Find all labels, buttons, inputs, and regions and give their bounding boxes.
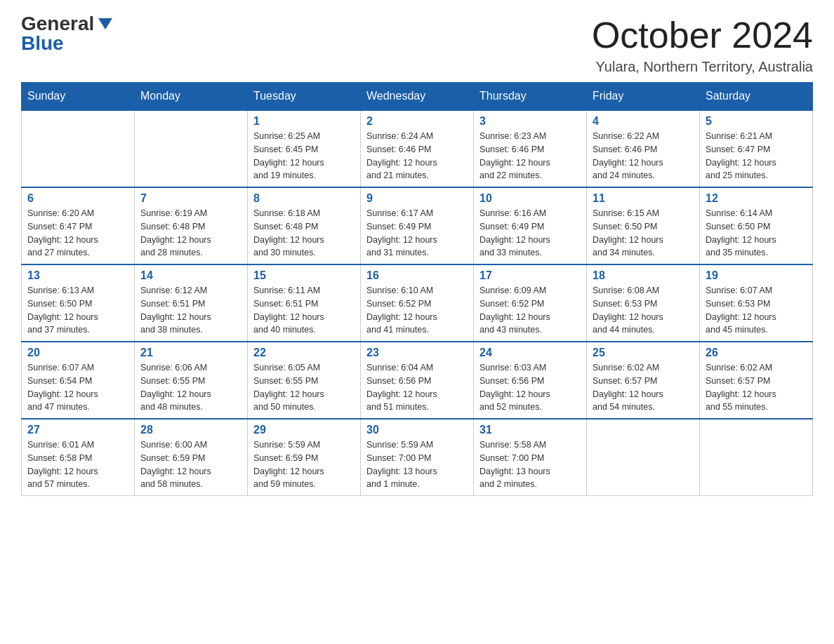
cell-w3-d3: 15Sunrise: 6:11 AMSunset: 6:51 PMDayligh… <box>248 264 361 342</box>
cell-w3-d6: 18Sunrise: 6:08 AMSunset: 6:53 PMDayligh… <box>587 264 700 342</box>
cell-w1-d7: 5Sunrise: 6:21 AMSunset: 6:47 PMDaylight… <box>700 110 813 187</box>
col-thursday: Thursday <box>474 83 587 111</box>
cell-w1-d5: 3Sunrise: 6:23 AMSunset: 6:46 PMDaylight… <box>474 110 587 187</box>
day-number: 25 <box>593 347 694 359</box>
day-number: 2 <box>366 115 468 128</box>
page-header: General Blue October 2024 Yulara, Northe… <box>21 14 813 75</box>
day-info: Sunrise: 6:22 AMSunset: 6:46 PMDaylight:… <box>593 130 694 182</box>
day-number: 9 <box>366 192 468 205</box>
day-number: 11 <box>593 192 694 205</box>
day-number: 19 <box>706 269 807 282</box>
logo: General Blue <box>21 14 112 53</box>
day-info: Sunrise: 6:07 AMSunset: 6:53 PMDaylight:… <box>706 284 807 337</box>
day-number: 28 <box>140 424 241 436</box>
cell-w5-d2: 28Sunrise: 6:00 AMSunset: 6:59 PMDayligh… <box>135 419 248 496</box>
day-info: Sunrise: 6:24 AMSunset: 6:46 PMDaylight:… <box>366 130 468 182</box>
day-info: Sunrise: 6:10 AMSunset: 6:52 PMDaylight:… <box>366 284 468 337</box>
cell-w5-d1: 27Sunrise: 6:01 AMSunset: 6:58 PMDayligh… <box>22 419 135 496</box>
day-info: Sunrise: 5:59 AMSunset: 6:59 PMDaylight:… <box>253 438 355 491</box>
day-info: Sunrise: 6:09 AMSunset: 6:52 PMDaylight:… <box>479 284 581 337</box>
day-info: Sunrise: 6:01 AMSunset: 6:58 PMDaylight:… <box>27 438 128 491</box>
day-number: 18 <box>593 269 694 282</box>
cell-w5-d6 <box>587 419 700 496</box>
day-number: 29 <box>253 424 355 436</box>
day-number: 5 <box>706 115 807 128</box>
day-info: Sunrise: 6:14 AMSunset: 6:50 PMDaylight:… <box>706 207 807 260</box>
logo-general: General <box>21 14 94 34</box>
col-tuesday: Tuesday <box>248 83 361 111</box>
day-info: Sunrise: 6:07 AMSunset: 6:54 PMDaylight:… <box>27 361 128 414</box>
cell-w1-d2 <box>135 110 248 187</box>
cell-w2-d7: 12Sunrise: 6:14 AMSunset: 6:50 PMDayligh… <box>700 187 813 264</box>
day-info: Sunrise: 6:12 AMSunset: 6:51 PMDaylight:… <box>140 284 241 337</box>
day-info: Sunrise: 6:02 AMSunset: 6:57 PMDaylight:… <box>593 361 694 414</box>
cell-w2-d3: 8Sunrise: 6:18 AMSunset: 6:48 PMDaylight… <box>248 187 361 264</box>
cell-w3-d1: 13Sunrise: 6:13 AMSunset: 6:50 PMDayligh… <box>22 264 135 342</box>
cell-w5-d3: 29Sunrise: 5:59 AMSunset: 6:59 PMDayligh… <box>248 419 361 496</box>
cell-w3-d5: 17Sunrise: 6:09 AMSunset: 6:52 PMDayligh… <box>474 264 587 342</box>
cell-w4-d1: 20Sunrise: 6:07 AMSunset: 6:54 PMDayligh… <box>22 342 135 419</box>
day-info: Sunrise: 5:58 AMSunset: 7:00 PMDaylight:… <box>479 438 581 491</box>
cell-w3-d2: 14Sunrise: 6:12 AMSunset: 6:51 PMDayligh… <box>135 264 248 342</box>
day-number: 16 <box>366 269 468 282</box>
day-number: 1 <box>253 115 355 128</box>
day-info: Sunrise: 6:20 AMSunset: 6:47 PMDaylight:… <box>27 207 128 260</box>
cell-w4-d3: 22Sunrise: 6:05 AMSunset: 6:55 PMDayligh… <box>248 342 361 419</box>
cell-w1-d6: 4Sunrise: 6:22 AMSunset: 6:46 PMDaylight… <box>587 110 700 187</box>
day-number: 4 <box>593 115 694 128</box>
day-info: Sunrise: 6:04 AMSunset: 6:56 PMDaylight:… <box>366 361 468 414</box>
day-number: 30 <box>366 424 468 436</box>
col-monday: Monday <box>135 83 248 111</box>
day-info: Sunrise: 6:15 AMSunset: 6:50 PMDaylight:… <box>593 207 694 260</box>
cell-w4-d6: 25Sunrise: 6:02 AMSunset: 6:57 PMDayligh… <box>587 342 700 419</box>
day-info: Sunrise: 6:17 AMSunset: 6:49 PMDaylight:… <box>366 207 468 260</box>
day-number: 20 <box>27 347 128 359</box>
svg-marker-0 <box>98 18 112 29</box>
cell-w4-d2: 21Sunrise: 6:06 AMSunset: 6:55 PMDayligh… <box>135 342 248 419</box>
day-number: 13 <box>27 269 128 282</box>
day-info: Sunrise: 6:11 AMSunset: 6:51 PMDaylight:… <box>253 284 355 337</box>
week-row-4: 20Sunrise: 6:07 AMSunset: 6:54 PMDayligh… <box>22 342 813 419</box>
title-area: October 2024 Yulara, Northern Territory,… <box>592 14 813 75</box>
cell-w4-d5: 24Sunrise: 6:03 AMSunset: 6:56 PMDayligh… <box>474 342 587 419</box>
cell-w2-d2: 7Sunrise: 6:19 AMSunset: 6:48 PMDaylight… <box>135 187 248 264</box>
day-number: 14 <box>140 269 241 282</box>
col-saturday: Saturday <box>700 83 813 111</box>
day-number: 26 <box>706 347 807 359</box>
calendar-header-row: Sunday Monday Tuesday Wednesday Thursday… <box>22 83 813 111</box>
day-info: Sunrise: 6:23 AMSunset: 6:46 PMDaylight:… <box>479 130 581 182</box>
cell-w1-d4: 2Sunrise: 6:24 AMSunset: 6:46 PMDaylight… <box>361 110 474 187</box>
day-number: 17 <box>479 269 581 282</box>
day-info: Sunrise: 6:19 AMSunset: 6:48 PMDaylight:… <box>140 207 241 260</box>
cell-w2-d4: 9Sunrise: 6:17 AMSunset: 6:49 PMDaylight… <box>361 187 474 264</box>
day-info: Sunrise: 6:13 AMSunset: 6:50 PMDaylight:… <box>27 284 128 337</box>
week-row-5: 27Sunrise: 6:01 AMSunset: 6:58 PMDayligh… <box>22 419 813 496</box>
week-row-1: 1Sunrise: 6:25 AMSunset: 6:45 PMDaylight… <box>22 110 813 187</box>
month-year-title: October 2024 <box>592 14 813 56</box>
day-number: 7 <box>140 192 241 205</box>
cell-w2-d1: 6Sunrise: 6:20 AMSunset: 6:47 PMDaylight… <box>22 187 135 264</box>
day-info: Sunrise: 6:16 AMSunset: 6:49 PMDaylight:… <box>479 207 581 260</box>
cell-w4-d4: 23Sunrise: 6:04 AMSunset: 6:56 PMDayligh… <box>361 342 474 419</box>
cell-w1-d1 <box>22 110 135 187</box>
col-wednesday: Wednesday <box>361 83 474 111</box>
day-number: 10 <box>479 192 581 205</box>
day-info: Sunrise: 6:08 AMSunset: 6:53 PMDaylight:… <box>593 284 694 337</box>
cell-w5-d4: 30Sunrise: 5:59 AMSunset: 7:00 PMDayligh… <box>361 419 474 496</box>
col-friday: Friday <box>587 83 700 111</box>
cell-w1-d3: 1Sunrise: 6:25 AMSunset: 6:45 PMDaylight… <box>248 110 361 187</box>
week-row-3: 13Sunrise: 6:13 AMSunset: 6:50 PMDayligh… <box>22 264 813 342</box>
day-number: 23 <box>366 347 468 359</box>
week-row-2: 6Sunrise: 6:20 AMSunset: 6:47 PMDaylight… <box>22 187 813 264</box>
cell-w5-d5: 31Sunrise: 5:58 AMSunset: 7:00 PMDayligh… <box>474 419 587 496</box>
day-number: 21 <box>140 347 241 359</box>
logo-blue: Blue <box>21 34 64 53</box>
day-info: Sunrise: 5:59 AMSunset: 7:00 PMDaylight:… <box>366 438 468 491</box>
day-number: 3 <box>479 115 581 128</box>
cell-w5-d7 <box>700 419 813 496</box>
location-subtitle: Yulara, Northern Territory, Australia <box>592 59 813 75</box>
day-number: 31 <box>479 424 581 436</box>
day-info: Sunrise: 6:21 AMSunset: 6:47 PMDaylight:… <box>706 130 807 182</box>
cell-w2-d5: 10Sunrise: 6:16 AMSunset: 6:49 PMDayligh… <box>474 187 587 264</box>
day-info: Sunrise: 6:03 AMSunset: 6:56 PMDaylight:… <box>479 361 581 414</box>
